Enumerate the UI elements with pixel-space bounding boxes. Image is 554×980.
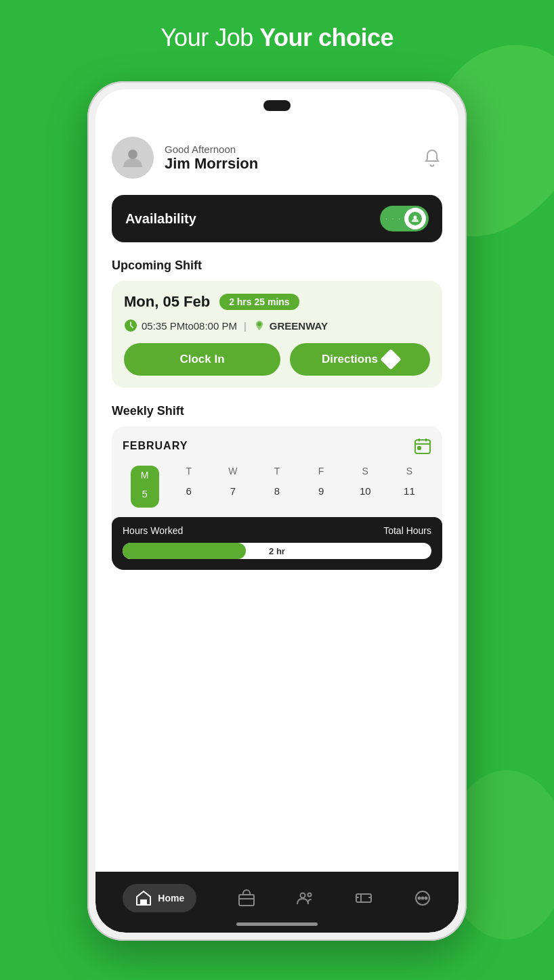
weekly-shift-title: Weekly Shift (112, 404, 442, 418)
toggle-thumb (404, 208, 426, 229)
svg-point-14 (425, 897, 427, 899)
nav-item-ticket[interactable] (355, 889, 372, 907)
day-letter-0: M (141, 470, 149, 481)
chat-icon (414, 889, 431, 907)
headline-part2: Your choice (259, 24, 393, 51)
hours-worked-label: Hours Worked (123, 525, 183, 536)
people-icon (296, 889, 314, 907)
shift-actions: Clock In Directions (124, 343, 430, 376)
day-cell-5[interactable]: S 10 (343, 466, 387, 508)
shift-date: Mon, 05 Feb (124, 293, 210, 311)
progress-bar-label: 2 hr (269, 546, 285, 556)
availability-label: Availability (125, 211, 196, 227)
svg-point-12 (418, 897, 420, 899)
week-days: M 5 T 6 W 7 T 8 (123, 466, 431, 508)
upcoming-shift-title: Upcoming Shift (112, 259, 442, 273)
directions-button[interactable]: Directions (290, 343, 430, 376)
user-name: Jim Morrsion (165, 155, 422, 173)
day-active-bg: M 5 (131, 466, 159, 508)
greeting-text: Good Afternoon (165, 143, 422, 155)
day-cell-2[interactable]: W 7 (211, 466, 255, 508)
toggle-thumb-icon (408, 212, 422, 225)
ticket-icon (355, 889, 372, 907)
day-number-2: 7 (221, 479, 244, 502)
svg-point-8 (301, 893, 305, 898)
svg-point-9 (308, 893, 312, 897)
side-button (465, 271, 467, 311)
hours-bar-section: Hours Worked Total Hours 2 hr (112, 517, 442, 570)
weekly-header: FEBRUARY (123, 437, 431, 455)
month-label: FEBRUARY (123, 440, 188, 452)
shift-location: GREENWAY (270, 320, 328, 332)
day-cell-1[interactable]: T 6 (167, 466, 211, 508)
day-letter-5: S (362, 466, 368, 476)
svg-rect-10 (356, 894, 371, 902)
headline-part1: Your Job (161, 24, 259, 51)
day-letter-2: W (228, 466, 237, 476)
nav-item-home[interactable]: Home (123, 884, 196, 912)
day-number-3: 8 (265, 479, 289, 502)
shift-time-end: 08:00 PM (194, 320, 237, 332)
day-letter-3: T (274, 466, 280, 476)
person-icon (410, 214, 420, 223)
hours-bar-header: Hours Worked Total Hours (123, 525, 431, 536)
notification-bell-icon[interactable] (422, 148, 442, 168)
day-letter-6: S (406, 466, 412, 476)
home-indicator (236, 922, 318, 926)
svg-point-13 (421, 897, 423, 899)
shift-time-start: 05:35 PM (142, 320, 185, 332)
user-info: Good Afternoon Jim Morrsion (165, 143, 422, 173)
briefcase-icon (238, 889, 255, 907)
clock-icon (124, 319, 137, 332)
day-cell-6[interactable]: S 11 (387, 466, 431, 508)
nav-item-chat[interactable] (414, 889, 431, 907)
calendar-icon[interactable] (414, 437, 431, 455)
directions-label: Directions (322, 353, 378, 366)
avatar-icon (121, 146, 145, 170)
shift-card: Mon, 05 Feb 2 hrs 25 mins 05:35 PM to 08… (112, 281, 442, 388)
availability-toggle[interactable]: · · · (380, 206, 429, 231)
clock-in-button[interactable]: Clock In (124, 343, 280, 376)
header-section: Good Afternoon Jim Morrsion (112, 137, 442, 179)
progress-bar-fill (123, 543, 246, 559)
day-letter-1: T (186, 466, 192, 476)
availability-bar: Availability · · · (112, 195, 442, 242)
svg-point-1 (414, 216, 417, 219)
nav-item-profile[interactable] (296, 889, 314, 907)
screen-content: Good Afternoon Jim Morrsion Availability… (95, 123, 459, 933)
shift-duration-badge: 2 hrs 25 mins (219, 294, 299, 310)
day-cell-3[interactable]: T 8 (255, 466, 299, 508)
camera-notch (263, 100, 291, 111)
headline: Your Job Your choice (0, 24, 554, 52)
toggle-dots: · · · (385, 215, 402, 223)
day-number-4: 9 (310, 479, 333, 502)
phone-screen: Good Afternoon Jim Morrsion Availability… (95, 89, 459, 933)
nav-home-label: Home (158, 893, 184, 904)
day-cell-4[interactable]: F 9 (299, 466, 343, 508)
svg-rect-7 (239, 895, 254, 906)
avatar (112, 137, 154, 179)
svg-rect-5 (418, 447, 421, 449)
nav-item-work[interactable] (238, 889, 255, 907)
progress-bar-bg: 2 hr (123, 543, 431, 559)
home-icon (135, 889, 152, 907)
separator: | (244, 320, 247, 332)
svg-point-0 (128, 150, 137, 159)
day-cell-0[interactable]: M 5 (123, 466, 167, 508)
day-number-5: 10 (354, 479, 377, 502)
day-number-1: 6 (177, 479, 200, 502)
shift-date-row: Mon, 05 Feb 2 hrs 25 mins (124, 293, 430, 311)
weekly-shift-card: FEBRUARY M 5 (112, 426, 442, 570)
day-letter-4: F (318, 466, 324, 476)
day-number-0: 5 (133, 482, 156, 505)
total-hours-label: Total Hours (383, 525, 431, 536)
directions-diamond-icon (381, 349, 402, 370)
shift-time-row: 05:35 PM to 08:00 PM | GREENWAY (124, 319, 430, 332)
phone-frame: Good Afternoon Jim Morrsion Availability… (87, 81, 467, 941)
location-pin-icon (253, 319, 265, 332)
shift-time-to: to (185, 320, 194, 332)
day-number-6: 11 (398, 479, 421, 502)
svg-rect-6 (141, 900, 146, 905)
